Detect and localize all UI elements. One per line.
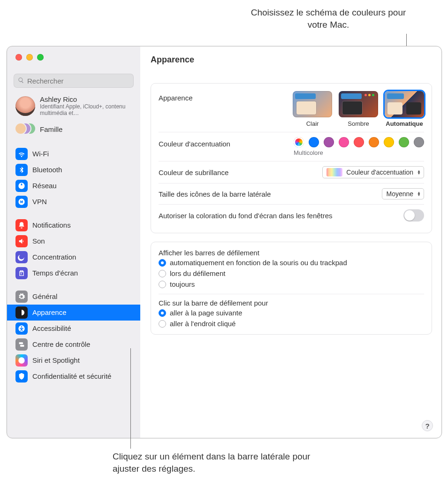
sidebar: Ashley Rico Identifiant Apple, iCloud+, … [7, 46, 140, 438]
sidebar-item-label: VPN [32, 198, 47, 206]
sidebar-item-wifi[interactable]: Wi-Fi [7, 146, 140, 162]
accent-swatch-8[interactable] [414, 137, 424, 147]
sidebar-icon-size-value: Moyenne [386, 190, 413, 198]
scrollclick-heading: Clic sur la barre de défilement pour [159, 299, 424, 307]
vpn-icon [15, 196, 28, 208]
screentime-icon [15, 267, 28, 279]
sidebar-item-label: Accessibilité [32, 324, 71, 332]
theme-label: Automatique [386, 120, 423, 127]
theme-thumb-auto [385, 91, 424, 117]
controlcenter-icon [15, 338, 28, 351]
bluetooth-icon [15, 164, 28, 176]
sidebar-item-label: Temps d'écran [32, 269, 78, 277]
search-input[interactable] [27, 77, 129, 85]
general-icon [15, 291, 28, 303]
appearance-options: ClairSombreAutomatique [293, 91, 424, 127]
radio-dot-icon [159, 309, 166, 317]
sidebar-icon-size-popup[interactable]: Moyenne ▲▼ [382, 188, 424, 199]
sidebar-item-bluetooth[interactable]: Bluetooth [7, 162, 140, 178]
sidebar-item-notifications[interactable]: Notifications [7, 217, 140, 233]
help-button[interactable]: ? [422, 420, 433, 431]
avatar [15, 96, 35, 116]
sidebar-item-network[interactable]: Réseau [7, 178, 140, 194]
sidebar-item-accessibility[interactable]: Accessibilité [7, 321, 140, 337]
accessibility-icon [15, 322, 28, 335]
theme-option-light[interactable]: Clair [293, 91, 332, 127]
radio-label: lors du défilement [170, 269, 225, 277]
radio-label: automatiquement en fonction de la souris… [170, 259, 347, 267]
radio-label: toujours [170, 280, 195, 288]
accent-swatch-2[interactable] [324, 137, 334, 147]
user-name: Ashley Rico [40, 95, 134, 103]
radio-dot-icon [159, 281, 166, 288]
sidebar-item-apple-id[interactable]: Ashley Rico Identifiant Apple, iCloud+, … [7, 92, 140, 121]
sidebar-item-label: Famille [40, 125, 62, 133]
sound-icon [15, 235, 28, 247]
sidebar-item-siri[interactable]: Siri et Spotlight [7, 352, 140, 368]
scrollclick-option-0[interactable]: aller à la page suivante [159, 309, 424, 317]
notifications-icon [15, 219, 28, 231]
sidebar-item-label: Wi-Fi [32, 150, 49, 158]
radio-label: aller à l'endroit cliqué [170, 320, 235, 328]
chevron-updown-icon: ▲▼ [417, 170, 421, 175]
privacy-icon [15, 370, 28, 383]
wifi-icon [15, 148, 28, 160]
callout-sidebar-hint: Cliquez sur un élément dans la barre lat… [113, 451, 324, 474]
accent-row-label: Couleur d'accentuation [159, 137, 230, 148]
accent-swatch-4[interactable] [354, 137, 364, 147]
chevron-updown-icon: ▲▼ [417, 191, 421, 196]
sidebar-item-label: Centre de contrôle [32, 340, 90, 348]
sidebar-item-label: Général [32, 292, 57, 300]
theme-thumb-light [293, 91, 332, 117]
accent-swatch-3[interactable] [339, 137, 349, 147]
scrollbars-option-0[interactable]: automatiquement en fonction de la souris… [159, 259, 424, 267]
theme-option-dark[interactable]: Sombre [339, 91, 378, 127]
accent-swatch-1[interactable] [309, 137, 319, 147]
radio-dot-icon [159, 320, 166, 328]
highlight-value: Couleur d'accentuation [346, 168, 413, 176]
accent-swatch-0[interactable] [294, 137, 304, 147]
scrollclick-option-1[interactable]: aller à l'endroit cliqué [159, 320, 424, 328]
family-avatars [15, 123, 35, 136]
sidebar-item-label: Confidentialité et sécurité [32, 372, 111, 380]
sidebar-item-label: Siri et Spotlight [32, 356, 80, 364]
theme-thumb-dark [339, 91, 378, 117]
sidebar-item-label: Concentration [32, 253, 76, 261]
appearance-row-label: Apparence [159, 91, 193, 102]
accent-swatch-7[interactable] [399, 137, 409, 147]
content-area: Apparence ClairSombreAutomatique Couleur… [151, 83, 432, 335]
sidebar-item-label: Son [32, 237, 45, 245]
scrollbars-option-2[interactable]: toujours [159, 280, 424, 288]
accent-swatch-6[interactable] [384, 137, 394, 147]
sidebar-item-general[interactable]: Général [7, 289, 140, 305]
sidebar-item-family[interactable]: Famille [7, 121, 140, 140]
appearance-icon [15, 306, 28, 319]
sidebar-item-sound[interactable]: Son [7, 233, 140, 249]
sidebar-item-controlcenter[interactable]: Centre de contrôle [7, 337, 140, 352]
sidebar-item-vpn[interactable]: VPN [7, 194, 140, 210]
sidebar-item-screentime[interactable]: Temps d'écran [7, 265, 140, 281]
accent-selected-name: Multicolore [294, 149, 323, 156]
search-field[interactable] [14, 74, 134, 88]
scrollbars-heading: Afficher les barres de défilement [159, 249, 424, 257]
wallpaper-tint-toggle[interactable] [403, 209, 424, 222]
accent-swatch-5[interactable] [369, 137, 379, 147]
network-icon [15, 180, 28, 192]
radio-dot-icon [159, 270, 166, 277]
appearance-panel: Apparence ClairSombreAutomatique Couleur… [151, 83, 432, 233]
sidebar-item-focus[interactable]: Concentration [7, 249, 140, 265]
sidebar-item-privacy[interactable]: Confidentialité et sécurité [7, 368, 140, 384]
sidebar-item-label: Bluetooth [32, 166, 62, 174]
radio-dot-icon [159, 259, 166, 267]
highlight-row-label: Couleur de subrillance [159, 168, 228, 176]
scrollbars-option-1[interactable]: lors du défilement [159, 269, 424, 277]
theme-option-auto[interactable]: Automatique [385, 91, 424, 127]
highlight-chip-icon [327, 168, 342, 176]
sidebar-icon-size-label: Taille des icônes de la barre latérale [159, 190, 271, 198]
callout-color-scheme: Choisissez le schéma de couleurs pour vo… [249, 7, 408, 31]
sidebar-item-appearance[interactable]: Apparence [7, 305, 140, 321]
sidebar-item-label: Réseau [32, 182, 57, 190]
siri-icon [15, 354, 28, 367]
highlight-popup[interactable]: Couleur d'accentuation ▲▼ [322, 166, 424, 178]
focus-icon [15, 251, 28, 263]
